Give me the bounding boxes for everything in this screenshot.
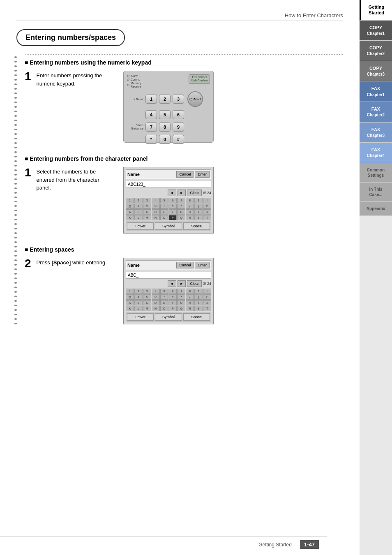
sidebar-tab-label: FAXChapter1 bbox=[367, 86, 385, 97]
sidebar-tab-label: FAXChapter2 bbox=[367, 106, 385, 118]
step-body-2: Select the numbers to be entered from th… bbox=[37, 168, 115, 192]
step-1-char: 1 Select the numbers to be entered from … bbox=[25, 167, 343, 234]
step-1-keypad: 1 Enter numbers pressing the numeric key… bbox=[25, 71, 343, 143]
footer-page-number: 1-47 bbox=[300, 540, 319, 549]
char-symbol-btn-2[interactable]: Symbol bbox=[155, 313, 182, 321]
sidebar-tab-label: FAXChapter3 bbox=[367, 127, 385, 139]
char-enter-btn-1[interactable]: Enter bbox=[195, 171, 210, 178]
char-panel-1: Name Cancel Enter ABC123_ ◄ ► Clear 6/ 2… bbox=[123, 167, 214, 234]
sidebar-tab-label: FAXChapter4 bbox=[367, 147, 385, 159]
subsection-header-3: Entering spaces bbox=[25, 246, 343, 253]
sidebar-tab-label: CommonSettings bbox=[367, 167, 385, 178]
char-space-btn-2[interactable]: Space bbox=[183, 313, 210, 321]
right-sidebar: Getting Started COPYChapter1 COPYChapter… bbox=[360, 0, 392, 555]
char-panel-2: Name Cancel Enter ABC_ ◄ ► Clear 3/ 24 bbox=[123, 258, 214, 324]
sidebar-tab-label: COPYChapter3 bbox=[367, 65, 385, 77]
sidebar-tab-label: Appendix bbox=[367, 206, 385, 211]
page-header: How to Enter Characters bbox=[16, 12, 343, 21]
char-input-1: ABC123_ bbox=[128, 182, 209, 187]
header-title: How to Enter Characters bbox=[285, 12, 343, 18]
char-lower-btn-1[interactable]: Lower bbox=[127, 222, 154, 230]
char-lower-btn-2[interactable]: Lower bbox=[127, 313, 154, 321]
char-panel-title-1: Name bbox=[127, 172, 175, 177]
step-text-col-2: 1 Select the numbers to be entered from … bbox=[25, 167, 115, 192]
char-symbol-btn-1[interactable]: Symbol bbox=[155, 222, 182, 230]
subsection-numeric-keypad: Entering numbers using the numeric keypa… bbox=[25, 59, 343, 143]
char-cancel-btn-2[interactable]: Cancel bbox=[176, 262, 194, 268]
char-clear-btn-2[interactable]: Clear bbox=[187, 280, 202, 287]
sidebar-tab-appendix[interactable]: Appendix bbox=[360, 202, 392, 216]
subsection-char-panel: Entering numbers from the character pane… bbox=[25, 155, 343, 234]
sidebar-tab-copy3[interactable]: COPYChapter3 bbox=[360, 61, 392, 82]
char-nav-right-2[interactable]: ► bbox=[178, 280, 186, 287]
char-enter-btn-2[interactable]: Enter bbox=[195, 262, 210, 268]
step-number-2: 1 bbox=[25, 167, 31, 178]
step-text-col-3: 2 Press [Space] while entering. bbox=[25, 258, 115, 269]
char-panel-title-2: Name bbox=[127, 263, 175, 268]
char-nav-left-2[interactable]: ◄ bbox=[168, 280, 176, 287]
char-counter-2: 3/ 24 bbox=[203, 282, 211, 286]
section-title-box: Entering numbers/spaces bbox=[16, 29, 125, 46]
char-nav-right-1[interactable]: ► bbox=[178, 190, 186, 196]
step-number-3: 2 bbox=[25, 258, 31, 269]
sidebar-tab-in-this[interactable]: In ThisCase... bbox=[360, 183, 392, 202]
char-space-btn-1[interactable]: Space bbox=[183, 222, 210, 230]
sidebar-tab-fax4[interactable]: FAXChapter4 bbox=[360, 143, 392, 163]
char-nav-left-1[interactable]: ◄ bbox=[168, 190, 176, 196]
subsection-header-1: Entering numbers using the numeric keypa… bbox=[25, 59, 343, 66]
footer-section-text: Getting Started bbox=[258, 542, 292, 548]
step-body-1: Enter numbers pressing the numeric keypa… bbox=[37, 72, 115, 88]
keypad-illustration: Alarm Comm. MemoryReceive bbox=[123, 71, 214, 143]
char-cancel-btn-1[interactable]: Cancel bbox=[176, 171, 194, 178]
sidebar-tab-fax2[interactable]: FAXChapter2 bbox=[360, 102, 392, 123]
sidebar-tab-common[interactable]: CommonSettings bbox=[360, 163, 392, 183]
sidebar-tab-fax3[interactable]: FAXChapter3 bbox=[360, 123, 392, 143]
left-dots bbox=[14, 54, 19, 324]
step-number-1: 1 bbox=[25, 71, 31, 82]
char-clear-btn-1[interactable]: Clear bbox=[187, 190, 202, 196]
step-text-col: 1 Enter numbers pressing the numeric key… bbox=[25, 71, 115, 88]
sidebar-tab-fax1[interactable]: FAXChapter1 bbox=[360, 81, 392, 102]
sidebar-tab-label: In ThisCase... bbox=[369, 187, 382, 197]
sidebar-tab-label: Getting Started bbox=[363, 4, 390, 16]
sidebar-tab-label: COPYChapter1 bbox=[367, 25, 385, 37]
step-body-3: Press [Space] while entering. bbox=[37, 259, 107, 267]
sidebar-tab-getting-started[interactable]: Getting Started bbox=[360, 0, 392, 21]
sidebar-tab-copy1[interactable]: COPYChapter1 bbox=[360, 21, 392, 41]
page-footer: Getting Started 1-47 bbox=[0, 536, 327, 549]
sidebar-tab-copy2[interactable]: COPYChapter2 bbox=[360, 41, 392, 61]
subsection-header-2: Entering numbers from the character pane… bbox=[25, 155, 343, 162]
step-2-spaces: 2 Press [Space] while entering. Name Can… bbox=[25, 258, 343, 324]
sidebar-tab-label: COPYChapter2 bbox=[367, 45, 385, 57]
char-counter-1: 6/ 24 bbox=[203, 191, 211, 195]
main-content: How to Enter Characters Entering numbers… bbox=[0, 0, 360, 555]
section-title: Entering numbers/spaces bbox=[25, 33, 116, 42]
char-input-2: ABC_ bbox=[128, 273, 209, 278]
subsection-spaces: Entering spaces 2 Press [Space] while en… bbox=[25, 246, 343, 324]
